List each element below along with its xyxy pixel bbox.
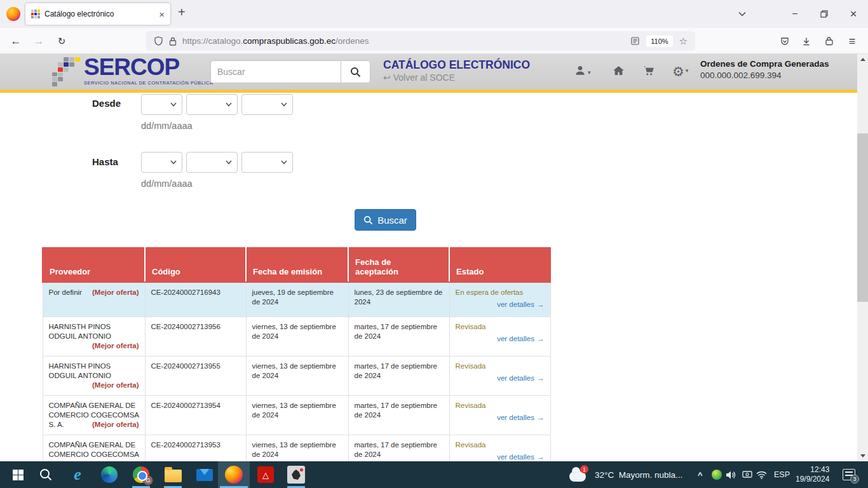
start-button[interactable] bbox=[5, 461, 31, 488]
adobe-reader-icon[interactable]: △ bbox=[253, 461, 278, 488]
order-row: HARNISTH PINOS ODGUIL ANTONIO (Mejor ofe… bbox=[43, 316, 550, 356]
shield-icon[interactable] bbox=[154, 36, 163, 46]
ver-detalles-link[interactable]: ver detalles→ bbox=[456, 452, 545, 462]
header-codigo: Código bbox=[145, 248, 246, 282]
language-indicator[interactable]: ESP bbox=[774, 461, 790, 488]
to-month-select[interactable] bbox=[186, 152, 238, 173]
buscar-button[interactable]: Buscar bbox=[355, 209, 416, 231]
issued-cell: jueves, 19 de septiembre de 2024 bbox=[246, 282, 348, 316]
firefox-taskbar-icon[interactable] bbox=[221, 461, 247, 488]
cart-button[interactable] bbox=[642, 64, 655, 77]
scroll-down-icon[interactable] bbox=[857, 451, 868, 461]
file-explorer-icon[interactable] bbox=[160, 461, 186, 488]
sercop-logo-icon bbox=[52, 57, 80, 86]
caret-down-icon: ▾ bbox=[588, 69, 591, 77]
caret-down-icon: ▾ bbox=[686, 64, 689, 78]
volver-al-soce-link[interactable]: ↩ Volver al SOCE bbox=[383, 72, 455, 83]
downloads-icon[interactable] bbox=[798, 33, 815, 50]
header-fecha-emision: Fecha de emisión bbox=[246, 248, 348, 282]
zoom-level-badge[interactable]: 110% bbox=[646, 36, 672, 47]
scrollbar-thumb[interactable] bbox=[857, 133, 868, 302]
from-year-select[interactable] bbox=[241, 94, 293, 115]
account-sidebar-icon[interactable] bbox=[821, 33, 837, 50]
list-tabs-icon[interactable] bbox=[728, 0, 757, 28]
taskbar-search-icon[interactable] bbox=[33, 461, 58, 488]
return-icon: ↩ bbox=[383, 72, 391, 83]
provider-cell: Por definir (Mejor oferta) bbox=[43, 282, 145, 316]
reload-button[interactable]: ↻ bbox=[53, 33, 70, 50]
from-month-select[interactable] bbox=[186, 94, 238, 115]
bookmark-star-icon[interactable]: ☆ bbox=[679, 36, 688, 47]
issued-cell: viernes, 13 de septiembre de 2024 bbox=[246, 395, 348, 435]
to-year-select[interactable] bbox=[241, 152, 293, 173]
status-cell: En espera de ofertas ver detalles→ bbox=[449, 282, 550, 316]
new-tab-button[interactable]: + bbox=[178, 5, 186, 20]
cloud-icon: 1 bbox=[569, 471, 586, 482]
code-cell: CE-20240002713955 bbox=[145, 356, 246, 395]
issued-cell: viernes, 13 de septiembre de 2024 bbox=[246, 316, 348, 356]
status-cell: Revisada ver detalles→ bbox=[449, 395, 550, 435]
to-date-selects bbox=[141, 152, 293, 173]
ver-detalles-link[interactable]: ver detalles→ bbox=[456, 374, 545, 383]
scroll-up-icon[interactable] bbox=[857, 54, 868, 65]
notification-center-icon[interactable]: 3 bbox=[843, 461, 855, 488]
header-fecha-aceptacion: Fecha de aceptación bbox=[348, 248, 449, 282]
catalog-search-button[interactable] bbox=[341, 60, 370, 83]
time-text: 12:43 bbox=[810, 465, 829, 474]
edge-icon[interactable] bbox=[97, 461, 122, 488]
home-button[interactable] bbox=[612, 64, 625, 77]
notification-badge: 3 bbox=[850, 475, 859, 484]
pocket-icon[interactable] bbox=[776, 33, 793, 50]
lock-icon[interactable] bbox=[169, 37, 177, 46]
best-offer-label: (Mejor oferta) bbox=[92, 420, 139, 430]
maximize-button[interactable] bbox=[810, 0, 839, 28]
java-app-icon[interactable] bbox=[283, 461, 309, 488]
provider-cell: COMPAÑIA GENERAL DE COMERCIO COGECOMSA S… bbox=[43, 395, 145, 435]
order-row: COMPAÑIA GENERAL DE COMERCIO COGECOMSA S… bbox=[43, 395, 550, 435]
ver-detalles-link[interactable]: ver detalles→ bbox=[456, 413, 545, 423]
reader-mode-icon[interactable] bbox=[631, 37, 639, 45]
back-button[interactable]: ← bbox=[8, 33, 24, 50]
header-estado: Estado bbox=[449, 248, 550, 282]
taskbar: e G △ 1 32°C Mayorm. nubla... ^ ESP 12:4… bbox=[0, 461, 868, 488]
user-menu-button[interactable]: ▾ bbox=[574, 64, 591, 77]
minimize-button[interactable]: − bbox=[780, 0, 810, 28]
mail-icon[interactable] bbox=[192, 461, 217, 488]
catalog-search-input[interactable] bbox=[210, 60, 341, 83]
ver-detalles-link[interactable]: ver detalles→ bbox=[456, 334, 545, 344]
to-day-select[interactable] bbox=[141, 152, 182, 173]
temperature-text[interactable]: 32°C Mayorm. nubla... bbox=[595, 461, 682, 488]
url-bar[interactable]: https://catalogo.compraspublicas.gob.ec/… bbox=[146, 31, 695, 51]
ver-detalles-link[interactable]: ver detalles→ bbox=[456, 300, 545, 309]
from-date-selects bbox=[141, 94, 293, 115]
browser-tab[interactable]: Catálogo electrónico × bbox=[25, 3, 170, 25]
cast-device-icon[interactable] bbox=[742, 461, 752, 488]
provider-cell: HARNISTH PINOS ODGUIL ANTONIO (Mejor ofe… bbox=[43, 356, 145, 395]
logo-title: SERCOP bbox=[84, 55, 213, 79]
forward-button[interactable]: → bbox=[31, 33, 47, 50]
tab-close-icon[interactable]: × bbox=[159, 9, 165, 20]
tray-chevron-up-icon[interactable]: ^ bbox=[698, 461, 703, 488]
header-proveedor: Proveedor bbox=[43, 248, 145, 282]
status-text: Revisada bbox=[456, 322, 545, 332]
to-label: Hasta bbox=[92, 156, 118, 167]
orders-number: 000.000.002.699.394 bbox=[700, 71, 829, 80]
internet-explorer-icon[interactable]: e bbox=[65, 461, 90, 488]
issued-cell: viernes, 13 de septiembre de 2024 bbox=[246, 356, 348, 395]
weather-widget[interactable]: 1 bbox=[569, 461, 586, 488]
clock[interactable]: 12:4319/9/2024 bbox=[796, 461, 829, 488]
close-window-button[interactable]: × bbox=[839, 0, 868, 28]
volume-icon[interactable] bbox=[726, 461, 736, 488]
wifi-icon[interactable] bbox=[756, 461, 767, 488]
url-text[interactable]: https://catalogo.compraspublicas.gob.ec/… bbox=[182, 36, 628, 46]
status-text: Revisada bbox=[456, 440, 545, 450]
page-scrollbar[interactable] bbox=[857, 54, 868, 461]
menu-hamburger-icon[interactable]: ≡ bbox=[844, 33, 860, 50]
accepted-cell: martes, 17 de septiembre de 2024 bbox=[348, 316, 449, 356]
from-label: Desde bbox=[92, 98, 121, 109]
settings-menu-button[interactable]: ⚙ ▾ bbox=[672, 64, 688, 78]
orders-label: Ordenes de Compra Generadas bbox=[700, 59, 829, 69]
from-day-select[interactable] bbox=[141, 94, 182, 115]
antivirus-tray-icon[interactable] bbox=[712, 461, 722, 488]
chrome-icon[interactable]: G bbox=[128, 461, 154, 488]
